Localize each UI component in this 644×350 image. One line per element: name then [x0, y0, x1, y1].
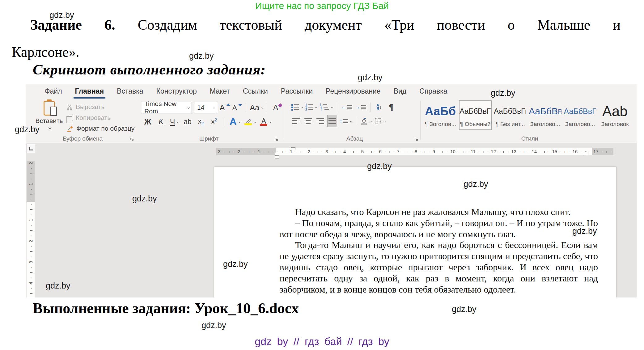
shading-button[interactable]: [360, 115, 371, 127]
decrease-indent-button[interactable]: ←: [341, 101, 352, 113]
superscript-button[interactable]: x2: [210, 116, 219, 128]
text-effects-button[interactable]: A: [230, 116, 240, 128]
ruler-tick: ı: [317, 149, 319, 154]
ruler-tick: ·: [253, 149, 254, 154]
ribbon-tab[interactable]: Справка: [413, 84, 454, 99]
tab-selector[interactable]: [27, 144, 36, 153]
styles-gallery: АаБб¶ Зоголов...АаБбВвГг,¶ ОбычныйАаБбВв…: [424, 100, 637, 131]
font-family-combo[interactable]: Times New Rom: [142, 102, 192, 113]
ruler-tick: ·: [28, 277, 33, 279]
font-color-button[interactable]: A: [260, 116, 271, 128]
gdz-watermark: gdz.by: [223, 259, 248, 269]
ruler-tick: ı: [442, 149, 443, 154]
ruler-tick: ı: [463, 149, 464, 154]
style-card[interactable]: AabЗаголовок: [599, 100, 631, 130]
document-page[interactable]: Надо сказать, что Карлсон не раз жаловал…: [214, 167, 616, 297]
ribbon-tab[interactable]: Файл: [38, 84, 69, 99]
change-case-button[interactable]: Aa: [250, 102, 263, 113]
footer-tagline: gdz by // гдз бай // гдз by: [0, 335, 644, 348]
ribbon-tab[interactable]: Рецензирование: [319, 84, 387, 99]
divider: [337, 103, 337, 112]
cut-label: Вырезать: [76, 103, 104, 111]
style-card[interactable]: АаБбВвГг,¶ Обычный: [459, 100, 492, 130]
pilcrow-icon: ¶: [388, 103, 394, 112]
indent-arrow-icon: →: [355, 104, 360, 110]
ribbon-tab[interactable]: Конструктор: [150, 84, 203, 99]
style-card[interactable]: АаБб¶ Зоголов...: [424, 100, 457, 130]
ruler-tick: ı: [28, 194, 33, 195]
show-marks-button[interactable]: ¶: [387, 101, 396, 113]
style-preview: А: [633, 102, 637, 120]
lines-icon: [343, 118, 348, 124]
underline-button[interactable]: Ч: [170, 116, 179, 128]
copy-label: Копировать: [76, 114, 111, 121]
numbering-button[interactable]: 123: [305, 101, 317, 113]
ruler-tick: ·: [507, 149, 509, 154]
format-painter-button[interactable]: Формат по образцу: [66, 123, 134, 134]
ruler-tick: ·: [446, 149, 447, 154]
font-family-value: Times New Rom: [144, 100, 187, 115]
style-card[interactable]: АаБбВвГг,¶ Без инт...: [494, 100, 527, 130]
clipboard-commands: Вырезать Копировать Формат по образцу: [66, 101, 134, 134]
copy-button[interactable]: Копировать: [66, 112, 134, 123]
ribbon-tab[interactable]: Вставка: [110, 84, 150, 99]
caret-down-icon: [238, 104, 242, 106]
align-right-button[interactable]: [316, 115, 325, 127]
ruler-tick: ·: [224, 149, 225, 154]
ribbon-tab[interactable]: Главная: [69, 84, 111, 99]
screenshot-caption: Скриншот выполненного задания:: [33, 61, 266, 78]
font-size-combo[interactable]: 14: [195, 102, 217, 113]
subscript-button[interactable]: x2: [196, 116, 205, 128]
justify-button[interactable]: [328, 115, 337, 127]
italic-button[interactable]: К: [156, 116, 166, 128]
paragraph-group: 123 1аi ← → АЯ ↓: [289, 99, 420, 143]
ruler-tick: 10: [450, 149, 455, 154]
style-preview: Aab: [599, 102, 631, 120]
ribbon-tab[interactable]: Рассылки: [274, 84, 319, 99]
group-separator: [420, 101, 421, 140]
left-indent-marker[interactable]: [275, 155, 279, 158]
ruler-tick: 7: [397, 149, 399, 154]
dialog-launcher-icon[interactable]: [130, 137, 134, 141]
cut-button[interactable]: Вырезать: [66, 101, 134, 112]
ruler-tick: ·: [499, 149, 500, 154]
line-spacing-button[interactable]: ↕: [340, 115, 352, 127]
style-card[interactable]: АП: [633, 100, 637, 130]
multilevel-list-button[interactable]: 1аi: [320, 101, 333, 113]
shrink-font-button[interactable]: A: [233, 102, 242, 113]
increase-indent-button[interactable]: →: [355, 101, 366, 113]
ribbon-tab[interactable]: Ссылки: [236, 84, 274, 99]
bullets-button[interactable]: [291, 101, 303, 113]
align-left-button[interactable]: [291, 115, 301, 127]
ribbon-tab[interactable]: Вид: [387, 84, 413, 99]
ruler-tick: ı: [282, 149, 283, 154]
caret-up-icon: [227, 103, 230, 106]
ruler-text-area-vertical: ·ı·1·ı·2·ı·3·ı·4·ı·5·ı·: [27, 202, 35, 297]
ruler-tick: ·: [420, 149, 422, 154]
grow-font-button[interactable]: A: [220, 102, 230, 113]
paragraph-group-label: Абзац: [289, 135, 420, 142]
style-label: П: [633, 121, 637, 128]
clear-formatting-button[interactable]: A: [271, 102, 280, 113]
borders-button[interactable]: [374, 115, 385, 127]
strikethrough-button[interactable]: ab: [183, 116, 192, 128]
align-center-button[interactable]: [303, 115, 313, 127]
bold-button[interactable]: Ж: [143, 116, 152, 128]
highlight-button[interactable]: [244, 116, 256, 128]
underline-glyph: Ч: [170, 117, 175, 126]
lines-icon: [347, 104, 352, 110]
chevron-down-icon: [301, 106, 303, 108]
vertical-ruler[interactable]: 2·ı·1·ı· ·ı·1·ı·2·ı·3·ı·4·ı·5·ı·: [27, 161, 35, 297]
ruler-tick: ı: [483, 149, 484, 154]
clipboard-group-label: Буфер обмена: [29, 135, 136, 142]
dialog-launcher-icon[interactable]: [274, 137, 278, 141]
ruler-tick: 1: [28, 183, 33, 185]
sort-button[interactable]: АЯ ↓: [375, 101, 384, 113]
style-label: Заголовок: [599, 121, 631, 128]
style-card[interactable]: АаБбВвЗаголово...: [529, 100, 561, 130]
ruler-tick: ı: [268, 149, 269, 154]
style-card[interactable]: АаБбВвГЗаголово...: [564, 100, 596, 130]
ribbon-tab[interactable]: Макет: [203, 84, 236, 99]
dialog-launcher-icon[interactable]: [414, 137, 418, 141]
font-color-icon: A: [260, 118, 267, 126]
